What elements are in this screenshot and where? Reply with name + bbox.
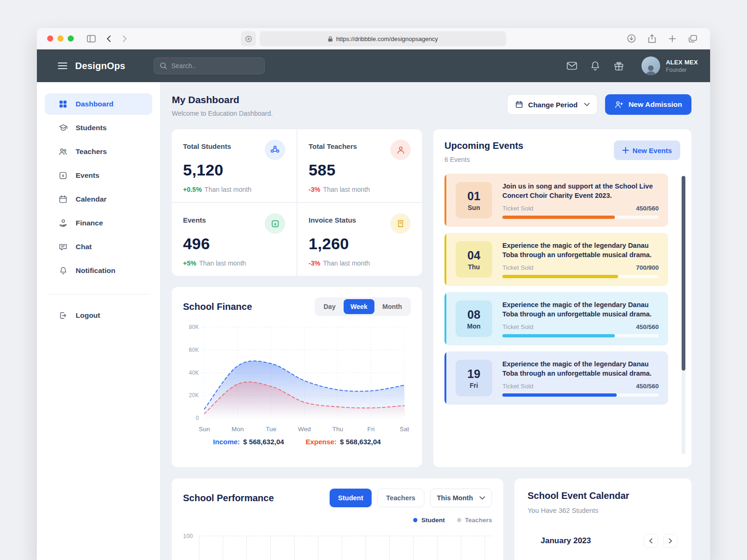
user-name: ALEX MEX: [666, 59, 698, 66]
event-item[interactable]: 01 Sun Join us in song and support at th…: [444, 174, 668, 227]
page-settings-icon[interactable]: [241, 31, 256, 46]
sidebar-divider: [48, 294, 149, 294]
new-events-label: New Events: [633, 147, 672, 154]
event-item[interactable]: 19 Fri Experience the magic of the legen…: [444, 351, 668, 405]
browser-sidebar-toggle-icon[interactable]: [84, 32, 98, 46]
legend-student-label: Student: [421, 517, 444, 524]
svg-text:20K: 20K: [189, 392, 199, 399]
sidebar: Dashboard Students Teachers 8: [37, 82, 161, 560]
notification-bell-icon[interactable]: [589, 60, 601, 72]
income-label: Income:: [213, 438, 240, 446]
stat-label: Events: [183, 213, 206, 224]
minimize-window-button[interactable]: [57, 35, 63, 42]
mail-icon[interactable]: [566, 60, 578, 72]
performance-period-value: This Month: [437, 494, 473, 502]
ticket-progress-track: [502, 393, 659, 397]
sidebar-item-logout[interactable]: Logout: [45, 305, 152, 326]
event-date-badge: 04 Thu: [456, 241, 492, 278]
new-admission-button[interactable]: New Admission: [605, 94, 691, 115]
tab-week[interactable]: Week: [344, 299, 374, 314]
event-item[interactable]: 04 Thu Experience the magic of the legen…: [444, 233, 668, 286]
sidebar-item-label: Chat: [76, 243, 92, 251]
performance-tab-student[interactable]: Student: [330, 489, 372, 507]
event-item[interactable]: 08 Mon Experience the magic of the legen…: [444, 292, 668, 345]
calendar-next-icon[interactable]: [663, 534, 677, 548]
stats-grid: Total Students 5,120 +0.5%Than last mont…: [172, 129, 422, 276]
performance-ytick: 100: [183, 533, 199, 539]
sidebar-item-label: Notification: [76, 266, 115, 275]
calendar-title: School Event Calendar: [528, 490, 678, 501]
performance-period-select[interactable]: This Month: [430, 489, 492, 507]
global-search[interactable]: [154, 57, 265, 74]
ticket-progress-fill: [502, 275, 618, 278]
finance-chart: 80K60K40K20K0SunMonTueWedThuFriSat: [183, 321, 411, 435]
sidebar-item-finance[interactable]: Finance: [45, 212, 152, 234]
user-menu[interactable]: ALEX MEX Founder: [641, 56, 698, 75]
tab-month[interactable]: Month: [375, 299, 409, 314]
bell-icon: [58, 266, 68, 275]
event-badge-icon: 8: [58, 171, 68, 180]
ticket-sold-value: 450/560: [636, 383, 659, 390]
event-description: Experience the magic of the legendary Da…: [502, 300, 659, 319]
stat-delta: +0.5%: [183, 186, 202, 193]
scrollbar-thumb[interactable]: [682, 176, 685, 371]
browser-back-button[interactable]: [102, 32, 116, 46]
downloads-icon[interactable]: [624, 32, 638, 46]
performance-legend: Student Teachers: [183, 517, 492, 524]
tab-day[interactable]: Day: [317, 299, 343, 314]
events-scrollbar[interactable]: [682, 176, 685, 454]
events-title: Upcoming Events: [444, 140, 523, 151]
new-admission-label: New Admission: [628, 100, 682, 109]
calendar-prev-icon[interactable]: [644, 534, 658, 548]
income-value: $ 568,632,04: [243, 438, 284, 446]
new-tab-icon[interactable]: [665, 32, 679, 46]
finance-legend: Income:$ 568,632,04 Expense:$ 568,632,04: [183, 438, 411, 446]
stat-delta-suffix: Than last month: [323, 186, 370, 193]
ticket-sold-label: Ticket Sold: [502, 264, 533, 271]
browser-forward-button[interactable]: [118, 32, 132, 46]
sidebar-item-label: Logout: [76, 311, 100, 320]
svg-text:8: 8: [274, 222, 276, 226]
event-accent-bar: [444, 351, 446, 405]
sidebar-item-notification[interactable]: Notification: [45, 260, 152, 281]
school-finance-card: School Finance Day Week Month 80K60K40K2…: [172, 287, 422, 467]
share-icon[interactable]: [645, 32, 659, 46]
sidebar-item-students[interactable]: Students: [45, 117, 152, 139]
tab-overview-icon[interactable]: [686, 32, 700, 46]
ticket-sold-label: Ticket Sold: [502, 205, 533, 212]
stat-delta: -3%: [309, 186, 320, 193]
dashboard-icon: [58, 99, 68, 109]
close-window-button[interactable]: [47, 35, 53, 42]
stat-card-events: Events 8 496 +5%Than last month: [172, 203, 296, 276]
event-accent-bar: [444, 233, 446, 286]
zoom-window-button[interactable]: [68, 35, 74, 42]
svg-text:8: 8: [62, 174, 64, 178]
performance-chart: 100: [183, 536, 492, 560]
stat-delta: -3%: [309, 259, 320, 267]
graduation-cap-icon: [58, 123, 68, 133]
calendar-month: January 2023: [541, 536, 591, 546]
chevron-down-icon: [584, 103, 590, 106]
change-period-label: Change Period: [528, 101, 578, 109]
school-event-calendar-card: School Event Calendar You Have 362 Stude…: [514, 478, 691, 560]
performance-tab-teachers[interactable]: Teachers: [377, 489, 424, 507]
sidebar-item-events[interactable]: 8 Events: [45, 165, 152, 186]
svg-text:Tue: Tue: [266, 426, 276, 433]
menu-icon[interactable]: [56, 59, 70, 73]
app-navbar: DesignOps: [37, 49, 710, 82]
people-icon: [58, 147, 68, 156]
address-bar[interactable]: https://dribbble.com/designopsagency: [260, 31, 506, 46]
sidebar-item-label: Dashboard: [76, 100, 113, 108]
sidebar-item-calendar[interactable]: Calendar: [45, 189, 152, 210]
sidebar-item-chat[interactable]: Chat: [45, 236, 152, 258]
stat-label: Total Students: [183, 140, 231, 150]
new-events-button[interactable]: New Events: [614, 140, 680, 160]
search-input[interactable]: [171, 62, 246, 70]
performance-chart-grid: [199, 536, 492, 560]
sidebar-item-dashboard[interactable]: Dashboard: [45, 93, 152, 115]
change-period-button[interactable]: Change Period: [507, 94, 598, 115]
stat-card-total-students: Total Students 5,120 +0.5%Than last mont…: [172, 129, 296, 202]
sidebar-item-teachers[interactable]: Teachers: [45, 141, 152, 162]
legend-dot-teachers: [457, 518, 461, 522]
gift-icon[interactable]: [613, 60, 625, 72]
